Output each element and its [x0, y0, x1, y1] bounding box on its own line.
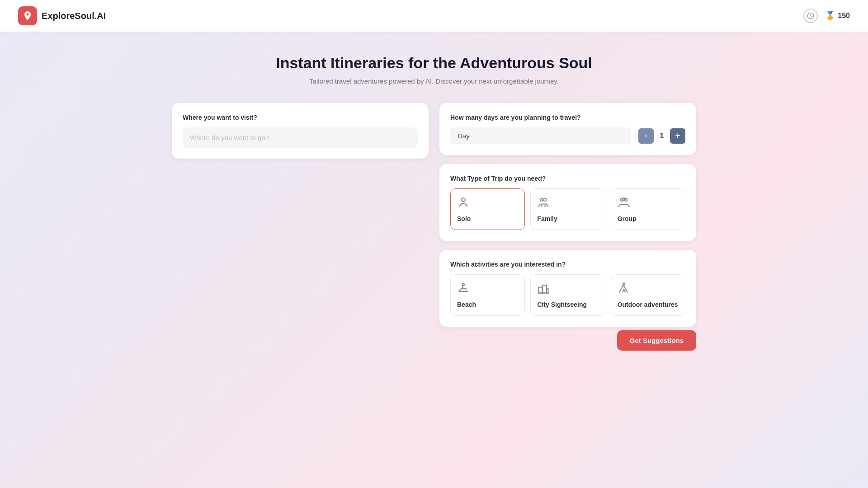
- destination-label: Where you want to visit?: [183, 114, 418, 121]
- destination-input[interactable]: [183, 127, 418, 148]
- group-icon: [618, 196, 679, 211]
- hero-title: Instant Itineraries for the Adventurous …: [172, 54, 696, 72]
- activity-option-beach[interactable]: Beach: [450, 274, 525, 316]
- group-label: Group: [618, 215, 679, 222]
- decrement-button[interactable]: -: [638, 128, 654, 144]
- outdoor-label: Outdoor adventures: [618, 301, 679, 308]
- activity-option-outdoor[interactable]: Outdoor adventures: [611, 274, 685, 316]
- trip-option-group[interactable]: Group: [611, 188, 685, 230]
- right-column: How many days are you planning to travel…: [439, 103, 696, 327]
- family-label: Family: [537, 215, 598, 222]
- outdoor-icon: [618, 282, 679, 297]
- form-layout: Where you want to visit? How many days a…: [172, 103, 696, 327]
- clock-icon[interactable]: [803, 9, 818, 23]
- activity-option-city[interactable]: City Sightseeing: [530, 274, 605, 316]
- city-sightseeing-icon: [537, 282, 598, 297]
- days-card: How many days are you planning to travel…: [439, 103, 696, 155]
- coin-icon: 🏅: [825, 11, 835, 21]
- solo-label: Solo: [457, 215, 518, 222]
- increment-button[interactable]: +: [670, 128, 685, 144]
- hero-subtitle: Tailored travel adventures powered by AI…: [172, 77, 696, 85]
- svg-point-13: [623, 283, 625, 285]
- actions-row: Get Suggestions: [172, 330, 696, 351]
- days-row: Day - 1 +: [450, 127, 685, 144]
- beach-label: Beach: [457, 301, 518, 308]
- beach-icon: [457, 282, 518, 297]
- logo-text: ExploreSoul.AI: [42, 11, 106, 21]
- svg-rect-11: [547, 289, 548, 293]
- counter-controls: - 1 +: [638, 128, 685, 144]
- family-icon: [537, 196, 598, 211]
- activities-options: Beach City Sightseeing: [450, 274, 685, 316]
- left-column: Where you want to visit?: [172, 103, 429, 327]
- header-right: 🏅 150: [803, 9, 850, 23]
- activities-label: Which activities are you interested in?: [450, 261, 685, 268]
- svg-point-7: [462, 284, 465, 286]
- svg-point-2: [541, 198, 543, 201]
- svg-point-6: [623, 198, 625, 201]
- trip-type-label: What Type of Trip do you need?: [450, 175, 685, 182]
- logo-icon: [18, 6, 37, 25]
- trip-type-options: Solo Family: [450, 188, 685, 230]
- days-label: How many days are you planning to travel…: [450, 114, 685, 121]
- get-suggestions-button[interactable]: Get Suggestions: [617, 330, 696, 351]
- coins-count: 150: [838, 12, 850, 20]
- destination-card: Where you want to visit?: [172, 103, 429, 159]
- svg-rect-9: [539, 287, 542, 293]
- solo-icon: [457, 196, 518, 211]
- activities-card: Which activities are you interested in? …: [439, 250, 696, 327]
- main-content: Instant Itineraries for the Adventurous …: [163, 32, 705, 369]
- logo-area: ExploreSoul.AI: [18, 6, 106, 25]
- header: ExploreSoul.AI 🏅 150: [0, 0, 868, 32]
- day-text: Day: [450, 127, 631, 144]
- days-count: 1: [657, 132, 666, 140]
- trip-option-family[interactable]: Family: [530, 188, 605, 230]
- city-sightseeing-label: City Sightseeing: [537, 301, 598, 308]
- trip-type-card: What Type of Trip do you need? Solo: [439, 164, 696, 241]
- svg-rect-10: [542, 285, 547, 293]
- svg-point-1: [462, 198, 465, 202]
- trip-option-solo[interactable]: Solo: [450, 188, 525, 230]
- coins-display: 🏅 150: [825, 11, 850, 21]
- svg-point-3: [544, 198, 547, 201]
